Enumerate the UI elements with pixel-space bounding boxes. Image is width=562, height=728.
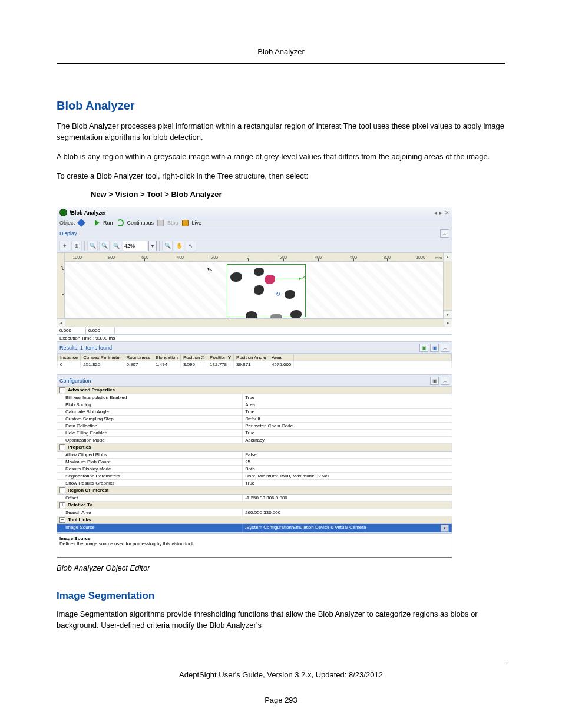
scroll-up-icon[interactable]: ▴	[444, 253, 452, 261]
window-titlebar: /Blob Analyzer ◂ ▸ ✕	[57, 207, 452, 218]
live-icon[interactable]	[182, 220, 189, 226]
nav-fwd-icon[interactable]: ▸	[439, 210, 442, 216]
ruler-tick-label: -1000	[71, 255, 82, 259]
expand-icon[interactable]: +	[59, 502, 65, 508]
category-row[interactable]: −Advanced Properties	[57, 387, 452, 394]
zoom-fit-icon[interactable]: 🔍	[162, 241, 173, 251]
property-row[interactable]: Offset-1.250 93.306 0.000	[57, 495, 452, 502]
zoom-out-icon[interactable]: 🔍	[99, 241, 110, 251]
property-row[interactable]: Bilinear Interpolation EnabledTrue	[57, 394, 452, 401]
chevron-up-icon[interactable]: ︿	[441, 344, 449, 352]
horizontal-scrollbar[interactable]: ◂ ▸	[57, 318, 452, 327]
heading-blob-analyzer: Blob Analyzer	[57, 99, 505, 113]
execution-time: Execution Time : 93.08 ms	[57, 335, 452, 342]
configuration-label: Configuration	[59, 378, 91, 384]
column-header[interactable]: Position X	[180, 354, 207, 361]
collapse-icon[interactable]: −	[59, 387, 65, 393]
zoom-icon[interactable]: 🔍	[111, 241, 121, 251]
ruler-tick-label: 1000	[416, 255, 425, 259]
configuration-section-header[interactable]: Configuration ▣ ︿	[57, 375, 452, 387]
vertical-scrollbar[interactable]: ▴ ▾	[443, 253, 452, 318]
zoom-dropdown-icon[interactable]: ▼	[148, 241, 157, 251]
ruler-tick-label: -400	[176, 255, 184, 259]
property-row[interactable]: Data CollectionPerimeter, Chain Code	[57, 423, 452, 430]
cell: 132.778	[207, 361, 234, 368]
property-row[interactable]: Results Display ModeBoth	[57, 466, 452, 473]
config-icon[interactable]: ▣	[430, 377, 439, 385]
column-header[interactable]: Position Angle	[234, 354, 269, 361]
tool-button[interactable]: ✦	[59, 241, 70, 251]
category-row[interactable]: +Relative To	[57, 502, 452, 509]
run-button[interactable]: Run	[103, 220, 113, 226]
property-row[interactable]: Segmentation ParametersDark, Minimum: 15…	[57, 473, 452, 480]
property-row[interactable]: Custom Sampling StepDefault	[57, 416, 452, 423]
ruler-tick-label: -200	[210, 255, 218, 259]
continuous-button[interactable]: Continuous	[127, 220, 154, 226]
hand-icon[interactable]: ✋	[174, 241, 184, 251]
results-icon[interactable]: ▣	[419, 344, 428, 352]
intro-paragraph-2: A blob is any region within a greyscale …	[57, 151, 505, 163]
description-text: Defines the image source used for proces…	[59, 541, 449, 546]
category-row[interactable]: −Tool Links	[57, 516, 452, 524]
close-icon[interactable]: ✕	[445, 210, 449, 216]
stop-button[interactable]: Stop	[167, 220, 178, 226]
column-header[interactable]: Convex Perimeter	[81, 354, 124, 361]
column-header[interactable]: Area	[269, 354, 294, 361]
column-header[interactable]: Instance	[58, 354, 81, 361]
stop-icon[interactable]	[157, 220, 164, 226]
category-row[interactable]: −Properties	[57, 444, 452, 452]
results-section-header[interactable]: Results: 1 items found ▣ ▣ ︿	[57, 342, 452, 354]
property-row[interactable]: Hole Filling EnabledTrue	[57, 430, 452, 437]
ruler-vertical: 0	[57, 253, 65, 318]
nav-back-icon[interactable]: ◂	[434, 210, 437, 216]
collapse-icon[interactable]: −	[59, 487, 65, 493]
results-row[interactable]: 0 251.825 0.907 1.494 3.595 132.778 39.8…	[58, 361, 452, 368]
cell: 4575.000	[269, 361, 294, 368]
collapse-icon[interactable]: −	[59, 444, 65, 450]
blob-analyzer-window: /Blob Analyzer ◂ ▸ ✕ Object Run Continuo…	[57, 207, 452, 558]
property-row[interactable]: Search Area260.555 330.500	[57, 509, 452, 516]
blob-shape	[290, 310, 302, 318]
cell: 39.871	[234, 361, 269, 368]
dropdown-icon[interactable]: ▾	[441, 525, 449, 532]
status-y: 0.000	[86, 327, 115, 334]
display-link[interactable]: Display	[59, 230, 77, 236]
scroll-right-icon[interactable]: ▸	[444, 319, 452, 327]
image-viewport[interactable]: ↖ X ↻	[65, 262, 443, 318]
description-title: Image Source	[59, 536, 449, 541]
display-section-header[interactable]: Display ︿	[57, 228, 452, 239]
chevron-up-icon[interactable]: ︿	[440, 229, 449, 238]
results-icon[interactable]: ▣	[430, 344, 439, 352]
property-row-selected[interactable]: Image Source /System Configuration/Emula…	[57, 524, 452, 533]
segmentation-paragraph: Image Segmentation algorithms provide th…	[57, 609, 505, 631]
tool-button[interactable]: ⊕	[71, 241, 82, 251]
pointer-icon[interactable]: ↖	[186, 241, 196, 251]
zoom-input[interactable]: 42%	[123, 241, 147, 251]
zoom-in-icon[interactable]: 🔍	[87, 241, 98, 251]
play-icon[interactable]	[95, 220, 100, 226]
chevron-up-icon[interactable]: ︿	[441, 377, 449, 385]
property-row[interactable]: Allow Clipped BlobsFalse	[57, 452, 452, 459]
cell: 251.825	[81, 361, 124, 368]
cursor-icon: ↖	[206, 265, 214, 274]
scroll-left-icon[interactable]: ◂	[57, 319, 65, 327]
cell: 0.907	[124, 361, 153, 368]
object-icon[interactable]	[77, 219, 85, 227]
property-row[interactable]: Maximum Blob Count25	[57, 459, 452, 466]
scroll-down-icon[interactable]: ▾	[444, 310, 452, 318]
column-header[interactable]: Position Y	[207, 354, 234, 361]
ruler-tick-label: 200	[280, 255, 287, 259]
status-x: 0.000	[57, 327, 86, 334]
ruler-tick-label: 400	[315, 255, 322, 259]
property-row[interactable]: Show Results GraphicsTrue	[57, 480, 452, 487]
column-header[interactable]: Roundness	[124, 354, 153, 361]
property-row[interactable]: Blob SortingArea	[57, 401, 452, 409]
live-button[interactable]: Live	[192, 220, 202, 226]
property-row[interactable]: Optimization ModeAccuracy	[57, 437, 452, 444]
status-bar: 0.000 0.000	[57, 327, 452, 335]
collapse-icon[interactable]: −	[59, 517, 65, 523]
refresh-icon[interactable]	[117, 219, 124, 226]
category-row[interactable]: −Region Of Interest	[57, 487, 452, 495]
property-row[interactable]: Calculate Blob AngleTrue	[57, 409, 452, 416]
column-header[interactable]: Elongation	[153, 354, 181, 361]
